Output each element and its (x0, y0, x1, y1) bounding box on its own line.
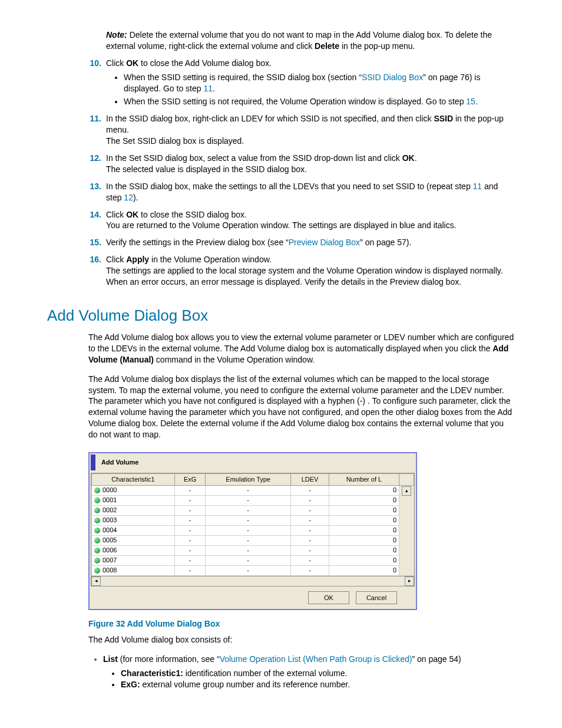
volume-icon (94, 508, 100, 513)
note-delete-bold: Delete (315, 41, 339, 51)
volume-icon (94, 518, 100, 523)
table-row[interactable]: 0006---0 (92, 545, 414, 555)
table-row[interactable]: 0004---0 (92, 525, 414, 535)
cancel-button[interactable]: Cancel (356, 591, 397, 604)
step-ref-11b[interactable]: 11 (473, 182, 482, 191)
table-row[interactable]: 0003---0 (92, 515, 414, 525)
table-row[interactable]: 0007---0 (92, 555, 414, 565)
step-number: 16. (82, 254, 101, 265)
table-row[interactable]: 0002---0 (92, 505, 414, 515)
para-2: The Add Volume dialog box displays the l… (88, 374, 515, 440)
step-14: 14. Click OK to close the SSID dialog bo… (82, 209, 515, 232)
col-ldev[interactable]: LDEV (291, 473, 329, 485)
vertical-scrollbar[interactable]: ▴ (399, 485, 414, 575)
note-label: Note: (106, 30, 127, 39)
step-10: 10. Click OK to close the Add Volume dia… (82, 58, 515, 108)
step-ref-11[interactable]: 11 (203, 84, 213, 93)
volume-operation-list-link[interactable]: Volume Operation List (When Path Group i… (220, 654, 412, 664)
col-characteristic1[interactable]: Characteristic1 (92, 473, 175, 485)
horizontal-scrollbar[interactable]: ◂ ▸ (91, 576, 414, 586)
table-row[interactable]: 0008---0 (92, 565, 414, 575)
step-12: 12. In the Set SSID dialog box, select a… (82, 153, 515, 175)
step-number: 15. (82, 237, 101, 248)
table-row[interactable]: 0005---0 (92, 535, 414, 545)
step-ref-15[interactable]: 15 (466, 97, 475, 106)
table-row[interactable]: 0001---0 (92, 495, 414, 505)
volume-icon (94, 538, 100, 543)
step-ref-12[interactable]: 12 (124, 193, 133, 202)
step-number: 12. (82, 153, 101, 164)
step-number: 11. (82, 113, 101, 124)
scroll-up-icon[interactable]: ▴ (402, 486, 411, 496)
volume-icon (94, 568, 100, 574)
para-1: The Add Volume dialog box allows you to … (88, 332, 515, 365)
volume-table[interactable]: Characteristic1 ExG Emulation Type LDEV … (91, 473, 414, 576)
table-row[interactable]: 0000---0▴ (92, 485, 414, 495)
ok-button[interactable]: OK (308, 591, 349, 604)
step-15: 15. Verify the settings in the Preview d… (82, 237, 515, 248)
col-exg[interactable]: ExG (175, 473, 206, 485)
step-16: 16. Click Apply in the Volume Operation … (82, 254, 515, 288)
step-11: 11. In the SSID dialog box, right-click … (82, 113, 515, 147)
list-item-characteristic1: Characteristic1: identification number o… (121, 668, 515, 679)
ssid-dialog-link[interactable]: SSID Dialog Box (362, 73, 423, 82)
step-number: 13. (82, 181, 101, 192)
step-13: 13. In the SSID dialog box, make the set… (82, 181, 515, 203)
volume-icon (94, 558, 100, 564)
col-emulation-type[interactable]: Emulation Type (206, 473, 291, 485)
volume-icon (94, 548, 100, 554)
section-title: Add Volume Dialog Box (47, 305, 515, 326)
note-text-b: in the pop-up menu. (339, 41, 415, 51)
list-item-exg: ExG: external volume group number and it… (121, 679, 515, 690)
volume-icon (94, 498, 100, 503)
step-10-sub1: When the SSID setting is required, the S… (124, 72, 515, 94)
scroll-left-icon[interactable]: ◂ (91, 577, 101, 586)
add-volume-dialog-figure: Add Volume Characteristic1 ExG Emulation… (88, 452, 515, 610)
list-item-list: List (for more information, see “Volume … (103, 654, 515, 691)
dialog-title: Add Volume (91, 454, 415, 470)
note-text-a: Delete the external volume that you do n… (106, 30, 492, 51)
volume-icon (94, 528, 100, 533)
note-block: Note: Delete the external volume that yo… (106, 29, 515, 52)
col-number-of-l[interactable]: Number of L (329, 473, 399, 485)
consists-text: The Add Volume dialog box consists of: (88, 634, 515, 645)
step-number: 14. (82, 209, 101, 220)
preview-dialog-link[interactable]: Preview Dialog Box (289, 238, 360, 247)
figure-caption: Figure 32 Add Volume Dialog Box (88, 618, 515, 630)
volume-icon (94, 487, 100, 493)
step-number: 10. (82, 58, 101, 69)
scroll-right-icon[interactable]: ▸ (405, 577, 414, 586)
scroll-header (399, 473, 414, 485)
step-10-sub2: When the SSID setting is not required, t… (124, 96, 515, 107)
